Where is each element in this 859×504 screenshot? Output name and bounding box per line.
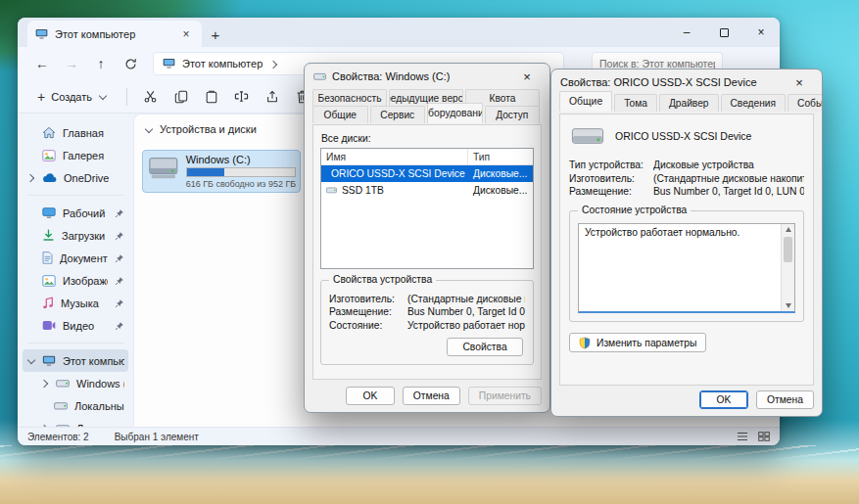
tab-driver[interactable]: Драйвер <box>659 94 719 112</box>
scrollbar-thumb[interactable] <box>784 237 792 262</box>
plus-icon: + <box>37 89 45 105</box>
list-row-ssd[interactable]: SSD 1TB Дисковые... <box>321 182 533 199</box>
tab-volumes[interactable]: Тома <box>614 94 657 112</box>
ok-button[interactable]: OK <box>699 390 748 409</box>
chevron-right-icon[interactable] <box>269 60 278 69</box>
scrollbar[interactable] <box>781 224 794 311</box>
minimize-button[interactable]: – <box>668 18 705 47</box>
new-tab-button[interactable]: + <box>202 22 229 47</box>
paste-button[interactable] <box>198 84 224 110</box>
sidebar-item-home[interactable]: Главная <box>23 121 128 144</box>
change-settings-label: Изменить параметры <box>597 338 696 348</box>
share-button[interactable] <box>259 84 285 110</box>
cancel-button[interactable]: Отмена <box>403 387 460 405</box>
computer-icon <box>35 28 48 40</box>
device-status-group: Состояние устройства Устройство работает… <box>569 210 804 322</box>
cancel-button[interactable]: Отмена <box>756 390 814 409</box>
home-icon <box>42 126 56 139</box>
close-button[interactable]: × <box>742 18 780 47</box>
forward-button[interactable]: → <box>59 51 84 76</box>
drive-free-space: 616 ГБ свободно из 952 ГБ <box>186 179 295 189</box>
change-settings-button[interactable]: Изменить параметры <box>569 333 706 352</box>
refresh-button[interactable] <box>118 51 143 76</box>
sidebar-item-desktop[interactable]: Рабочий сто <box>23 202 128 224</box>
computer-icon <box>163 58 175 69</box>
explorer-tab-bar: Этот компьютер × + – × <box>18 18 780 47</box>
sidebar-item-documents[interactable]: Документы <box>23 247 128 269</box>
sidebar-item-local-disk-1[interactable]: Локальный д <box>23 394 128 417</box>
column-header-type[interactable]: Тип <box>468 149 533 164</box>
tab-general[interactable]: Общие <box>312 106 368 123</box>
apply-button[interactable]: Применить <box>468 387 542 405</box>
thumbnails-view-icon[interactable] <box>758 432 770 441</box>
drive-tile-windows-c[interactable]: Windows (C:) 616 ГБ свободно из 952 ГБ <box>142 150 301 193</box>
sidebar-item-gallery[interactable]: Галерея <box>23 144 128 166</box>
rename-button[interactable] <box>228 84 255 110</box>
tab-hardware[interactable]: Оборудование <box>427 103 483 123</box>
property-tabs-row-2: Общие Сервис Оборудование Доступ <box>305 106 549 123</box>
drive-info: Windows (C:) 616 ГБ свободно из 952 ГБ <box>186 154 295 189</box>
sidebar-item-onedrive[interactable]: OneDrive <box>23 166 128 189</box>
dialog-title-bar[interactable]: Свойства: Windows (C:) × <box>305 64 549 89</box>
sidebar-item-this-pc[interactable]: Этот компьютер <box>23 349 128 372</box>
close-icon[interactable]: × <box>513 67 541 86</box>
column-header-name[interactable]: Имя <box>321 149 468 164</box>
refresh-icon <box>124 58 137 70</box>
list-row-orico[interactable]: ORICO USSD-X SCSI Device Дисковые... <box>321 165 533 182</box>
details-view-icon[interactable] <box>737 432 748 441</box>
field-value: Bus Number 0, Target Id 0, LUN 0 <box>653 186 804 197</box>
chevron-down-icon <box>98 92 107 101</box>
tab-sharing[interactable]: Доступ <box>485 106 541 123</box>
field-value: Дисковые устройства <box>653 160 804 170</box>
device-status-textbox[interactable]: Устройство работает нормально. <box>578 223 795 313</box>
sidebar-divider <box>27 343 123 344</box>
drive-icon <box>313 72 326 81</box>
disk-type-cell: Дисковые... <box>468 185 533 196</box>
device-properties-group: Свойства устройства Изготовитель: (Станд… <box>320 280 534 365</box>
desktop-icon <box>42 207 56 219</box>
sidebar-divider <box>27 195 123 196</box>
properties-button[interactable]: Свойства <box>447 338 523 356</box>
tab-security[interactable]: Безопасность <box>312 89 387 107</box>
scroll-up-icon[interactable] <box>786 227 791 232</box>
new-item-button[interactable]: + Создать <box>27 84 117 110</box>
field-value: Устройство работает нормально. <box>407 320 525 331</box>
tab-tools[interactable]: Сервис <box>370 106 426 123</box>
tab-close-icon[interactable]: × <box>178 26 194 42</box>
disk-name-cell: SSD 1TB <box>321 185 468 196</box>
tab-this-pc[interactable]: Этот компьютер × <box>27 21 202 47</box>
music-icon <box>42 297 54 309</box>
scroll-down-icon[interactable] <box>786 303 791 308</box>
up-button[interactable]: ↑ <box>88 51 114 76</box>
sidebar-label: Музыка <box>61 298 108 309</box>
device-status-text: Устройство работает нормально. <box>579 224 781 311</box>
tab-details[interactable]: Сведения <box>721 94 787 112</box>
tab-general[interactable]: Общие <box>559 91 612 112</box>
expand-chevron-icon[interactable] <box>26 173 35 182</box>
collapse-chevron-icon[interactable] <box>26 356 35 365</box>
items-count: Элементов: 2 <box>27 432 89 442</box>
ok-button[interactable]: OK <box>346 387 395 405</box>
sidebar-item-local-disk-2[interactable]: Локальный дис <box>23 417 128 427</box>
field-manufacturer: Изготовитель: (Стандартные дисковые нако… <box>569 173 804 184</box>
field-manufacturer: Изготовитель: (Стандартные дисковые нако… <box>329 294 525 304</box>
tab-events[interactable]: События <box>787 94 823 112</box>
sidebar-item-windows-c[interactable]: Windows (C:) <box>23 372 128 394</box>
sidebar-label: Локальный д <box>74 400 124 412</box>
cut-button[interactable] <box>137 84 164 110</box>
window-controls: – × <box>668 18 780 47</box>
field-value: (Стандартные дисковые накопители) <box>407 294 525 304</box>
sidebar-item-pictures[interactable]: Изображени <box>23 269 128 292</box>
sidebar-item-videos[interactable]: Видео <box>23 314 128 337</box>
maximize-button[interactable] <box>705 18 742 47</box>
back-button[interactable]: ← <box>29 51 55 76</box>
sidebar-label: Изображени <box>63 275 108 287</box>
expand-chevron-icon[interactable] <box>40 379 49 388</box>
drive-usage-fill <box>187 168 225 176</box>
collapse-chevron-icon[interactable] <box>144 125 153 134</box>
copy-button[interactable] <box>167 84 194 110</box>
sidebar-item-music[interactable]: Музыка <box>23 292 128 314</box>
close-icon[interactable]: × <box>786 72 813 92</box>
sidebar-item-downloads[interactable]: Загрузки <box>23 224 128 247</box>
group-title: Состояние устройства <box>578 205 691 215</box>
